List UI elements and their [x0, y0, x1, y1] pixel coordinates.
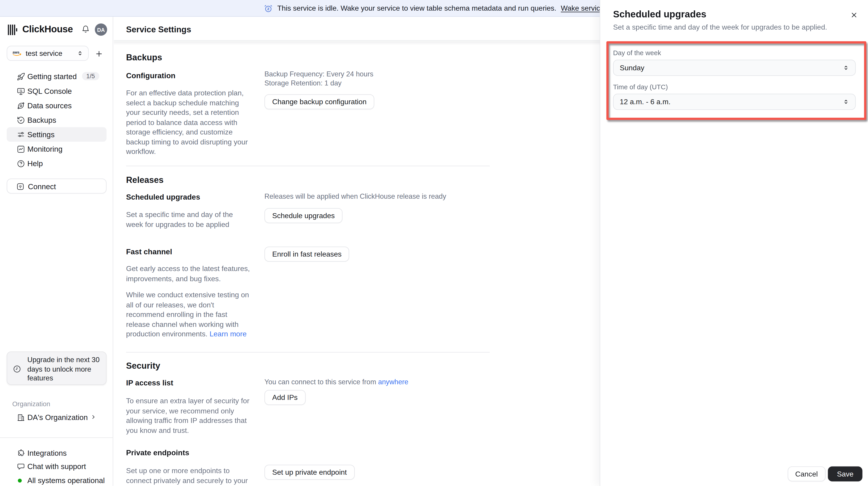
sidebar-item-label: Monitoring — [27, 145, 63, 153]
scheduled-upgrades-heading: Scheduled upgrades — [126, 193, 200, 202]
section-divider — [126, 166, 490, 166]
connect-label: Connect — [28, 182, 56, 191]
user-avatar[interactable]: DA — [95, 24, 107, 36]
sidebar-item-chat-support[interactable]: Chat with support — [7, 460, 107, 473]
organization-section-label: Organization — [12, 400, 50, 408]
chart-icon — [17, 145, 25, 153]
sidebar-item-label: Backups — [27, 116, 56, 124]
status-label: All systems operational — [27, 477, 105, 485]
wake-service-link[interactable]: Wake service — [561, 4, 604, 12]
save-button[interactable]: Save — [828, 466, 862, 482]
sidebar-item-monitoring[interactable]: Monitoring — [7, 142, 107, 156]
sidebar-item-backups[interactable]: Backups — [7, 113, 107, 127]
fast-channel-description-2: While we conduct extensive testing on al… — [126, 290, 251, 339]
change-backup-configuration-button[interactable]: Change backup configuration — [265, 94, 374, 110]
idle-banner-text: This service is idle. Wake your service … — [277, 4, 557, 12]
connect-button[interactable]: Connect — [7, 179, 107, 194]
ip-access-description: To ensure an extra layer of security for… — [126, 396, 251, 435]
system-status[interactable]: All systems operational — [7, 474, 107, 486]
chevron-up-down-icon — [843, 65, 849, 71]
cancel-button[interactable]: Cancel — [787, 466, 826, 482]
private-endpoints-heading: Private endpoints — [126, 449, 189, 457]
private-endpoints-description: Set up one or more endpoints to connect … — [126, 466, 251, 486]
chevron-right-icon — [90, 414, 96, 420]
sidebar-divider — [0, 437, 113, 438]
sidebar-item-label: Settings — [27, 130, 55, 139]
setup-private-endpoint-button[interactable]: Set up private endpoint — [265, 465, 355, 480]
clickhouse-logo-icon — [8, 25, 18, 35]
status-green-dot-icon — [18, 479, 22, 482]
panel-title: Scheduled upgrades — [613, 9, 706, 20]
console-icon — [17, 87, 25, 95]
connect-icon — [16, 182, 25, 190]
sidebar-item-data-sources[interactable]: Data sources — [7, 98, 107, 113]
section-divider — [126, 352, 490, 353]
aws-logo-icon: aws — [12, 50, 22, 56]
add-service-button[interactable] — [94, 49, 104, 59]
chat-support-label: Chat with support — [27, 462, 86, 471]
backups-section-title: Backups — [126, 53, 162, 62]
notifications-bell-icon[interactable] — [81, 25, 90, 33]
orbit-icon — [17, 101, 25, 110]
organization-name: DA's Organization — [27, 414, 88, 422]
upgrade-notice-text: Upgrade in the next 30 days to unlock mo… — [27, 355, 104, 383]
sliders-icon — [17, 130, 25, 139]
learn-more-link[interactable]: Learn more — [210, 330, 247, 338]
ip-access-list-heading: IP access list — [126, 379, 174, 387]
history-icon — [17, 116, 25, 124]
sidebar-item-label: Data sources — [27, 101, 72, 110]
building-icon — [17, 413, 25, 421]
close-icon[interactable] — [849, 10, 859, 20]
sidebar-item-integrations[interactable]: Integrations — [7, 446, 107, 460]
alarm-snooze-icon — [264, 4, 273, 12]
sidebar-item-label: SQL Console — [27, 87, 72, 95]
service-name: test service — [26, 49, 73, 57]
sidebar-item-help[interactable]: Help — [7, 156, 107, 171]
configuration-heading: Configuration — [126, 71, 176, 80]
time-of-day-value: 12 a.m. - 6 a.m. — [620, 98, 843, 106]
sidebar-item-getting-started[interactable]: Getting started 1/5 — [7, 69, 107, 84]
puzzle-icon — [17, 449, 25, 457]
sidebar-nav: Getting started 1/5 SQL Console — [7, 69, 107, 171]
help-icon — [17, 159, 25, 168]
rocket-icon — [17, 72, 25, 81]
svg-text:aws: aws — [13, 50, 20, 54]
release-ready-note: Releases will be applied when ClickHouse… — [265, 192, 446, 200]
day-of-week-select[interactable]: Sunday — [613, 60, 856, 76]
backups-description: For an effective data protection plan, s… — [126, 88, 251, 156]
fast-channel-description-1: Get early access to the latest features,… — [126, 264, 251, 283]
storage-retention-text: Storage Retention: 1 day — [265, 79, 342, 87]
sidebar-item-settings[interactable]: Settings — [7, 127, 107, 142]
sidebar-item-label: Getting started — [27, 72, 77, 81]
day-of-week-value: Sunday — [620, 63, 843, 72]
brand-name: ClickHouse — [22, 24, 73, 35]
fast-channel-heading: Fast channel — [126, 248, 172, 256]
schedule-upgrades-button[interactable]: Schedule upgrades — [265, 208, 343, 223]
chevron-up-down-icon — [77, 50, 83, 56]
page-title: Service Settings — [126, 25, 191, 34]
security-section-title: Security — [126, 361, 160, 371]
panel-subtitle: Set a specific time and day of the week … — [613, 23, 827, 31]
scheduled-upgrades-description: Set a specific time and day of the week … — [126, 210, 251, 229]
enroll-fast-releases-button[interactable]: Enroll in fast releases — [265, 247, 349, 262]
sidebar-header: ClickHouse DA — [0, 22, 113, 37]
chat-bubble-icon — [17, 462, 25, 470]
releases-section-title: Releases — [126, 175, 164, 185]
sidebar: ClickHouse DA aws test service — [0, 17, 113, 486]
time-of-day-label: Time of day (UTC) — [613, 83, 668, 91]
integrations-label: Integrations — [27, 449, 67, 457]
add-ips-button[interactable]: Add IPs — [265, 390, 305, 405]
upgrade-notice-card[interactable]: Upgrade in the next 30 days to unlock mo… — [7, 352, 107, 385]
sidebar-item-sql-console[interactable]: SQL Console — [7, 84, 107, 98]
anywhere-link[interactable]: anywhere — [378, 378, 408, 386]
day-of-week-label: Day of the week — [613, 49, 661, 57]
time-of-day-select[interactable]: 12 a.m. - 6 a.m. — [613, 94, 856, 110]
organization-switcher[interactable]: DA's Organization — [7, 409, 107, 425]
chevron-up-down-icon — [843, 99, 849, 105]
service-selector[interactable]: aws test service — [7, 45, 89, 61]
getting-started-progress-badge: 1/5 — [82, 72, 99, 80]
ip-note-text: You can connect to this service from — [265, 378, 378, 386]
clickhouse-cloud-app: This service is idle. Wake your service … — [0, 0, 868, 486]
ip-access-note: You can connect to this service from any… — [265, 378, 408, 386]
backup-frequency-text: Backup Frequency: Every 24 hours — [265, 70, 373, 78]
